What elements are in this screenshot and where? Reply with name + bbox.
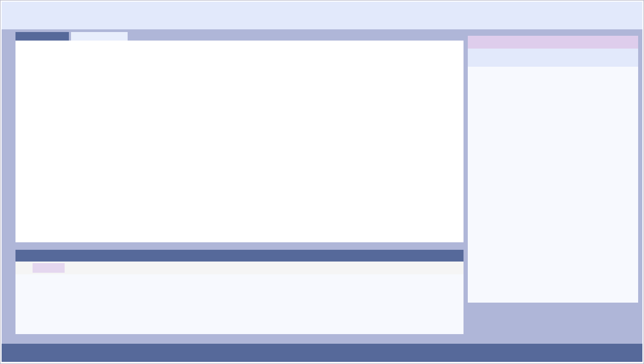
bottom-panel-body[interactable] (15, 274, 464, 334)
bottom-panel (15, 250, 464, 334)
bottom-panel-toolbar (15, 262, 464, 274)
editor-area[interactable] (15, 41, 464, 242)
footer-bar (2, 344, 642, 362)
left-column (15, 32, 464, 344)
right-panel-header[interactable] (468, 36, 638, 49)
toolbar-chip[interactable] (33, 263, 65, 273)
right-panel-body[interactable] (468, 67, 638, 303)
tab-strip (15, 32, 464, 41)
right-panel-subheader (468, 49, 638, 67)
main-area (2, 29, 642, 344)
right-column (468, 36, 638, 344)
header-bar (2, 2, 642, 29)
bottom-panel-header[interactable] (15, 250, 464, 262)
tab-active[interactable] (15, 32, 69, 41)
tab-inactive[interactable] (71, 32, 128, 41)
app-frame (0, 0, 644, 364)
